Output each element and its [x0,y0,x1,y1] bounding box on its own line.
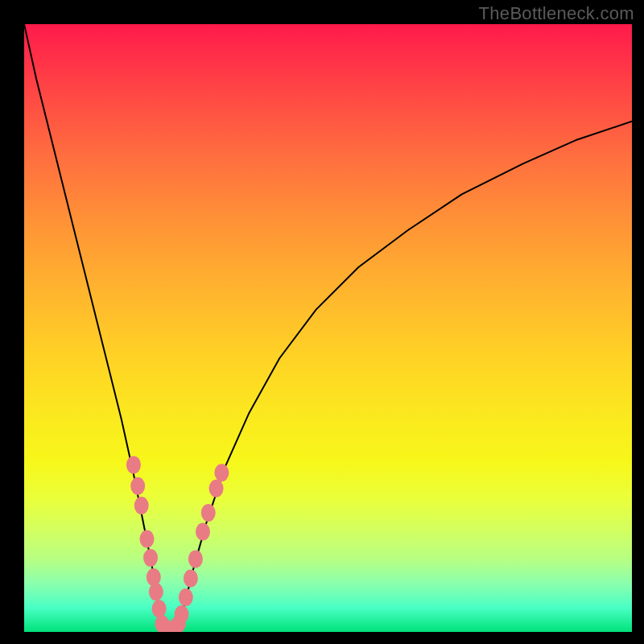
data-dot [175,605,189,623]
data-dot [188,550,203,568]
data-dot [209,480,224,497]
watermark-text: TheBottleneck.com [479,3,634,24]
bottleneck-curve [24,24,632,631]
data-dot [130,477,145,495]
data-dot [149,583,163,601]
data-dot [126,456,141,473]
data-dot [152,600,167,617]
plot-svg [24,24,632,632]
data-dot [143,549,158,567]
dots-group [126,456,229,632]
data-dot [184,570,198,588]
data-dot [179,588,193,606]
data-dot [147,568,161,586]
data-dot [140,530,155,547]
data-dot [134,497,149,514]
data-dot [201,504,216,522]
data-dot [214,464,229,481]
data-dot [196,522,210,540]
chart-frame: TheBottleneck.com [0,0,644,644]
plot-area [24,24,632,632]
curve-group [24,24,632,631]
